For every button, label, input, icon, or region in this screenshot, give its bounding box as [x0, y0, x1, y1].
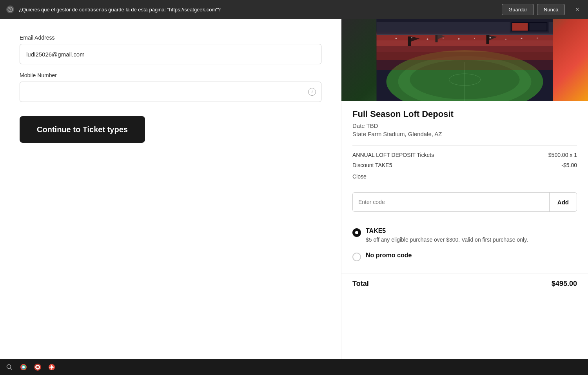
- svg-point-23: [396, 38, 397, 39]
- svg-point-42: [22, 366, 25, 368]
- svg-point-25: [427, 38, 428, 40]
- svg-rect-11: [377, 40, 553, 46]
- svg-point-1: [10, 11, 10, 11]
- stadium-image-svg: [341, 19, 588, 101]
- promo-none-name: No promo code: [366, 252, 412, 259]
- promo-take5-content: TAKE5 $5 off any eligible purchase over …: [366, 228, 528, 244]
- promo-take5-name: TAKE5: [366, 228, 528, 235]
- promo-code-input-row: Add: [352, 192, 577, 212]
- svg-point-31: [521, 38, 523, 39]
- svg-point-27: [458, 38, 460, 40]
- continue-button[interactable]: Continue to Ticket types: [20, 116, 145, 143]
- svg-rect-18: [486, 35, 489, 44]
- save-password-button[interactable]: Guardar: [502, 4, 534, 15]
- password-manager-bar: ¿Quieres que el gestor de contraseñas gu…: [0, 0, 588, 19]
- promo-take5-desc: $5 off any eligible purchase over $300. …: [366, 236, 528, 244]
- promo-option-take5[interactable]: TAKE5 $5 off any eligible purchase over …: [352, 228, 577, 244]
- password-bar-actions: Guardar Nunca: [502, 4, 565, 15]
- svg-rect-13: [377, 52, 553, 60]
- svg-point-32: [537, 38, 538, 39]
- mobile-input-wrapper: i: [20, 82, 321, 102]
- mobile-group: Mobile Number i: [20, 72, 321, 102]
- svg-rect-36: [530, 23, 547, 31]
- svg-point-28: [474, 38, 475, 39]
- svg-point-24: [411, 37, 412, 38]
- promo-code-input[interactable]: [353, 193, 549, 211]
- svg-rect-12: [377, 46, 553, 52]
- promo-options-list: TAKE5 $5 off any eligible purchase over …: [341, 228, 588, 261]
- event-image: [341, 19, 588, 101]
- taskbar-chrome-icon-2[interactable]: [45, 361, 58, 373]
- right-panel: Full Season Loft Deposit Date TBD State …: [341, 19, 588, 375]
- close-promo-link[interactable]: Close: [352, 173, 367, 180]
- radio-take5[interactable]: [352, 228, 361, 237]
- svg-rect-35: [512, 23, 528, 31]
- ticket-price: $500.00 x 1: [548, 152, 577, 158]
- svg-point-45: [36, 366, 39, 368]
- svg-rect-14: [408, 36, 411, 46]
- email-input[interactable]: [20, 44, 321, 64]
- left-panel: Email Address Mobile Number i Continue t…: [0, 19, 341, 375]
- promo-none-content: No promo code: [366, 252, 412, 260]
- mobile-input[interactable]: [20, 82, 321, 102]
- ticket-label: ANNUAL LOFT DEPOSIT Tickets: [352, 152, 434, 158]
- svg-point-26: [443, 38, 444, 39]
- main-layout: Email Address Mobile Number i Continue t…: [0, 19, 588, 375]
- taskbar: [0, 359, 588, 375]
- promo-scroll-wrapper[interactable]: TAKE5 $5 off any eligible purchase over …: [341, 228, 588, 269]
- total-section: Total $495.00: [341, 273, 588, 294]
- total-price: $495.00: [552, 280, 577, 288]
- discount-row: Discount TAKE5 -$5.00: [352, 162, 577, 168]
- close-password-bar-button[interactable]: ×: [573, 5, 582, 14]
- taskbar-app-icon[interactable]: [31, 361, 44, 373]
- password-bar-message: ¿Quieres que el gestor de contraseñas gu…: [19, 7, 497, 13]
- svg-line-38: [11, 368, 12, 370]
- password-manager-icon: [6, 5, 14, 13]
- email-label: Email Address: [20, 35, 321, 41]
- discount-price: -$5.00: [561, 162, 577, 168]
- event-title: Full Season Loft Deposit: [352, 109, 577, 119]
- svg-rect-16: [436, 35, 438, 42]
- total-label: Total: [352, 280, 369, 288]
- svg-point-47: [51, 366, 53, 368]
- svg-rect-21: [377, 34, 553, 35]
- promo-options-area: TAKE5 $5 off any eligible purchase over …: [341, 228, 588, 269]
- event-venue: State Farm Stadium, Glendale, AZ: [352, 131, 577, 137]
- discount-label: Discount TAKE5: [352, 162, 392, 168]
- promo-option-none[interactable]: No promo code: [352, 252, 577, 261]
- email-group: Email Address: [20, 35, 321, 64]
- event-details: Full Season Loft Deposit Date TBD State …: [341, 101, 588, 228]
- mobile-info-icon[interactable]: i: [308, 88, 316, 96]
- taskbar-search-icon[interactable]: [3, 361, 16, 373]
- svg-point-30: [505, 39, 506, 40]
- never-save-button[interactable]: Nunca: [537, 4, 565, 15]
- divider-1: [352, 145, 577, 146]
- event-date: Date TBD: [352, 122, 577, 129]
- ticket-price-row: ANNUAL LOFT DEPOSIT Tickets $500.00 x 1: [352, 152, 577, 158]
- radio-no-promo[interactable]: [352, 253, 361, 261]
- mobile-label: Mobile Number: [20, 72, 321, 78]
- svg-point-29: [490, 37, 491, 38]
- add-promo-button[interactable]: Add: [549, 193, 577, 211]
- taskbar-chrome-icon-1[interactable]: [17, 361, 30, 373]
